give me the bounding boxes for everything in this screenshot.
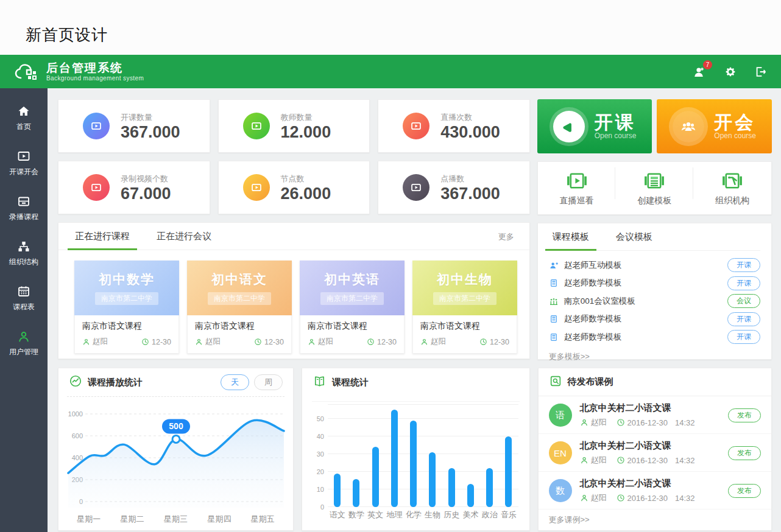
bar (467, 484, 474, 507)
calendar-icon (16, 284, 31, 299)
course-teacher: 赵阳 (205, 337, 221, 347)
lesson-teacher: 赵阳 (591, 492, 607, 503)
course-card[interactable]: 初中语文南京市第二中学南京市语文课程赵阳12-30 (187, 261, 292, 354)
quick-link-live-view[interactable]: 直播巡看 (538, 170, 616, 206)
svg-text:1000: 1000 (68, 410, 83, 418)
course-card[interactable]: 初中生物南京市第二中学南京市语文课程赵阳12-30 (412, 261, 517, 354)
dashboard-page: 新首页设计 后台管理系统 Background management syste… (0, 0, 781, 532)
top-band: 新首页设计 (0, 0, 781, 55)
course-card-name: 南京市语文课程 (420, 321, 509, 332)
quick-link-label: 直播巡看 (560, 195, 594, 206)
play-circle-icon (553, 111, 585, 142)
line-stat-icon (69, 374, 82, 390)
open-meeting-button[interactable]: 开会 Open course (657, 99, 772, 153)
template-action-button[interactable]: 开课 (727, 330, 760, 344)
sidebar-item-label: 用户管理 (9, 347, 38, 357)
publish-button[interactable]: 发布 (728, 484, 761, 498)
bar (353, 479, 359, 507)
sidebar-item-1[interactable]: 首页 (0, 100, 48, 136)
course-time: 12-30 (152, 338, 171, 346)
publish-button[interactable]: 发布 (728, 446, 761, 460)
stat-label: 录制视频个数 (121, 173, 171, 184)
notification-badge: 7 (703, 60, 712, 69)
clock-icon (367, 338, 375, 346)
user-icon[interactable]: 7 (692, 65, 707, 79)
courses-more-link[interactable]: 更多 (498, 231, 514, 250)
line-x-label: 星期五 (241, 514, 284, 525)
toggle-周[interactable]: 周 (254, 374, 283, 390)
course-card[interactable]: 初中数学南京市第二中学南京市语文课程赵阳12-30 (74, 261, 179, 354)
sidebar-item-2[interactable]: 开课开会 (0, 145, 48, 181)
courses-tab-1[interactable]: 正在进行课程 (74, 223, 131, 250)
sidebar-item-label: 首页 (16, 122, 31, 132)
bar-x-label: 语文 (328, 509, 347, 520)
app-title-block: 后台管理系统 Background management system (46, 61, 144, 82)
stat-label: 点播数 (440, 173, 500, 184)
header-actions: 7 (692, 65, 768, 79)
user-outline-icon (16, 329, 31, 344)
sidebar-item-5[interactable]: 课程表 (0, 281, 48, 316)
person-small-icon (82, 338, 90, 346)
svg-text:500: 500 (169, 421, 183, 431)
stats-row-2: 录制视频个数67.000节点数26.000点播数367.000 (58, 161, 530, 214)
template-action-button[interactable]: 开课 (727, 312, 760, 326)
template-action-button[interactable]: 开课 (727, 276, 760, 290)
course-time: 12-30 (490, 338, 509, 346)
stat-label: 开课数量 (121, 112, 180, 123)
template-action-button[interactable]: 开课 (727, 258, 760, 272)
app-subtitle: Background management system (46, 75, 144, 82)
person-small-icon (195, 338, 203, 346)
publish-row: 数北京中关村二小语文课赵阳2016-12-3014:32发布 (539, 472, 772, 509)
stats-row-1: 开课数量367.000教师数量12.000直播次数430.000 (58, 99, 530, 153)
sidebar-item-4[interactable]: 组织结构 (0, 236, 48, 271)
bar-x-label: 历史 (442, 509, 461, 520)
sidebar-item-label: 开课开会 (9, 167, 38, 177)
logout-icon[interactable] (754, 65, 768, 79)
create-template-icon (643, 170, 665, 192)
quick-link-organization[interactable]: 组织机构 (693, 170, 771, 206)
more-templates-link[interactable]: 更多模板>> (549, 351, 760, 362)
stat-play-icon (408, 180, 424, 195)
course-card-school: 南京市第二中学 (95, 292, 158, 305)
lesson-title: 北京中关村二小语文课 (580, 402, 729, 414)
courses-tab-2[interactable]: 正在进行会议 (155, 223, 213, 250)
bar-y-label: 50 (312, 415, 324, 422)
templates-panel: 课程模板会议模板 赵老师互动模板开课赵老师数学模板开课南京001会议室模板会议赵… (537, 223, 772, 360)
play-badge-icon (403, 113, 429, 139)
sidebar-item-label: 组织结构 (9, 257, 38, 267)
templates-tab-2[interactable]: 会议模板 (615, 224, 654, 250)
bar (505, 436, 512, 507)
stat-play-icon (408, 118, 424, 134)
course-card[interactable]: 初中英语南京市第二中学南京市语文课程赵阳12-30 (300, 261, 405, 354)
sidebar-item-label: 录播课程 (9, 212, 38, 222)
publish-list: 语北京中关村二小语文课赵阳2016-12-3014:32发布EN北京中关村二小语… (539, 396, 772, 509)
templates-tab-1[interactable]: 课程模板 (551, 224, 590, 250)
template-name: 赵老师互动模板 (564, 260, 727, 271)
stat-card: 录制视频个数67.000 (58, 161, 210, 214)
quick-link-create-template[interactable]: 创建模板 (615, 170, 693, 206)
course-card-title: 初中生物 (437, 271, 493, 288)
open-course-button[interactable]: 开课 Open course (537, 99, 652, 153)
more-lessons-link[interactable]: 更多课例>> (539, 509, 772, 530)
course-card-school: 南京市第二中学 (433, 292, 497, 305)
courses-tab-bar: 正在进行课程正在进行会议更多 (58, 223, 529, 250)
bar (410, 421, 417, 507)
stat-value: 12.000 (281, 124, 331, 141)
sidebar-item-6[interactable]: 用户管理 (0, 326, 48, 361)
person-small-icon (420, 338, 428, 346)
cloud-logo-icon (13, 61, 40, 83)
primary-actions: 开课 Open course 开会 (537, 99, 772, 153)
line-x-label: 星期四 (197, 514, 241, 525)
gear-icon[interactable] (724, 65, 737, 79)
publish-button[interactable]: 发布 (728, 408, 761, 422)
publish-panel-title: 待发布课例 (568, 376, 613, 388)
lesson-date: 2016-12-30 (627, 494, 668, 503)
toggle-天[interactable]: 天 (221, 374, 249, 390)
sidebar-item-3[interactable]: 录播课程 (0, 191, 48, 226)
template-action-button[interactable]: 会议 (727, 294, 760, 308)
course-card-name: 南京市语文课程 (82, 321, 171, 332)
line-chart-x-labels: 星期一星期二星期三星期四星期五 (67, 514, 284, 525)
bar (372, 447, 379, 507)
clock-icon (479, 338, 487, 346)
quick-links-panel: 直播巡看创建模板组织机构 (537, 161, 772, 215)
